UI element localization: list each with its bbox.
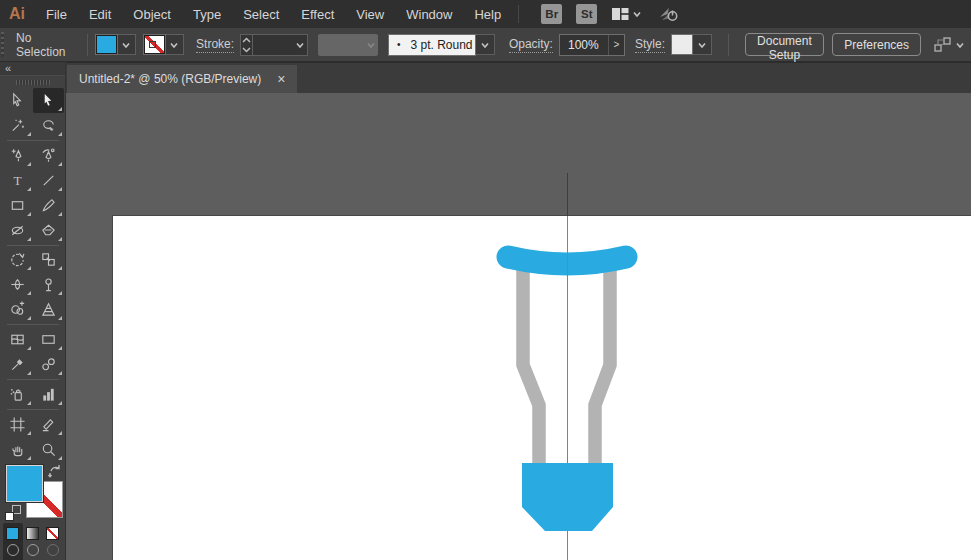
- opacity-label[interactable]: Opacity:: [509, 37, 553, 53]
- opacity-expand-button[interactable]: >: [608, 35, 624, 55]
- color-mode-button[interactable]: [3, 523, 23, 543]
- tool-width[interactable]: [2, 272, 33, 297]
- stock-button[interactable]: St: [576, 4, 597, 24]
- menu-file[interactable]: File: [35, 7, 78, 22]
- menu-effect[interactable]: Effect: [290, 7, 345, 22]
- tool-shape-builder[interactable]: [2, 297, 33, 322]
- pen-tool-icon: [9, 147, 26, 164]
- chevron-down-icon: [167, 38, 181, 52]
- canvas[interactable]: [66, 93, 971, 560]
- tool-selection[interactable]: [2, 88, 33, 113]
- tool-pen[interactable]: [2, 143, 33, 168]
- stroke-none-swatch[interactable]: [144, 35, 165, 54]
- rotate-tool-icon: [9, 251, 26, 268]
- scale-tool-icon: [40, 251, 57, 268]
- eyedropper-tool-icon: [9, 356, 26, 373]
- tools-panel-header[interactable]: «: [0, 62, 65, 76]
- brush-definition-dropdown[interactable]: [476, 34, 495, 55]
- tool-rotate[interactable]: [2, 247, 33, 272]
- opacity-value[interactable]: 100%: [560, 38, 608, 52]
- tool-puppet-warp[interactable]: [33, 272, 64, 297]
- style-label[interactable]: Style:: [635, 37, 665, 53]
- perspective-grid-tool-icon: [40, 301, 57, 318]
- menu-select[interactable]: Select: [232, 7, 290, 22]
- symbol-sprayer-tool-icon: [9, 386, 26, 403]
- tool-mesh[interactable]: [2, 327, 33, 352]
- document-tab[interactable]: Untitled-2* @ 50% (RGB/Preview) ×: [67, 65, 297, 93]
- divider: [728, 34, 729, 56]
- tool-direct-selection[interactable]: [33, 88, 64, 113]
- fill-color-swatch[interactable]: [96, 35, 117, 54]
- style-control[interactable]: [671, 34, 712, 55]
- control-bar-grip[interactable]: [1, 32, 4, 57]
- preferences-button[interactable]: Preferences: [832, 33, 921, 56]
- tool-rectangle[interactable]: [2, 193, 33, 218]
- menu-edit[interactable]: Edit: [78, 7, 122, 22]
- stroke-color-control[interactable]: [144, 34, 184, 55]
- chevron-down-icon: [293, 38, 307, 52]
- menu-help[interactable]: Help: [463, 7, 512, 22]
- blend-tool-icon: [40, 356, 57, 373]
- eraser-tool-icon: [40, 222, 57, 239]
- stroke-weight-stepper[interactable]: [240, 34, 253, 56]
- chevron-down-icon: [119, 38, 133, 52]
- gpu-performance[interactable]: [658, 5, 680, 23]
- artboard[interactable]: [113, 216, 971, 560]
- tool-lasso[interactable]: [33, 113, 64, 138]
- stroke-label[interactable]: Stroke:: [196, 37, 234, 53]
- stroke-color-dropdown[interactable]: [165, 34, 184, 55]
- column-graph-tool-icon: [40, 386, 57, 403]
- hand-tool-icon: [9, 441, 26, 458]
- tools-panel-grip[interactable]: [16, 80, 50, 85]
- tool-paintbrush[interactable]: [33, 193, 64, 218]
- collapse-panel-icon[interactable]: «: [5, 62, 11, 74]
- menu-type[interactable]: Type: [182, 7, 232, 22]
- menu-window[interactable]: Window: [395, 7, 463, 22]
- gradient-mode-button[interactable]: [23, 523, 43, 543]
- tool-slice[interactable]: [33, 412, 64, 437]
- artboard-tool-icon: [9, 416, 26, 433]
- tool-shaper[interactable]: [2, 218, 33, 243]
- tool-scale[interactable]: [33, 247, 64, 272]
- tool-line-segment[interactable]: [33, 168, 64, 193]
- fill-color-dropdown[interactable]: [117, 34, 136, 55]
- chevron-down-icon: [953, 38, 967, 52]
- menu-object[interactable]: Object: [122, 7, 182, 22]
- menu-view[interactable]: View: [345, 7, 395, 22]
- selection-tool-icon: [9, 92, 26, 109]
- tool-symbol-sprayer[interactable]: [2, 382, 33, 407]
- stroke-weight-combo[interactable]: [253, 34, 308, 56]
- document-setup-button[interactable]: Document Setup: [745, 33, 825, 56]
- workspace-switcher[interactable]: [611, 6, 644, 22]
- tool-eyedropper[interactable]: [2, 352, 33, 377]
- close-tab-icon[interactable]: ×: [277, 73, 285, 85]
- tool-blend[interactable]: [33, 352, 64, 377]
- fill-indicator-swatch[interactable]: [6, 465, 43, 502]
- align-options[interactable]: [933, 36, 967, 54]
- tool-type[interactable]: T: [2, 168, 33, 193]
- direct-selection-tool-icon: [40, 92, 57, 109]
- style-swatch[interactable]: [671, 34, 693, 55]
- illustrator-logo: Ai: [0, 5, 35, 23]
- brush-definition-combo[interactable]: • 3 pt. Round: [388, 34, 495, 56]
- fill-color-control[interactable]: [96, 34, 136, 55]
- tool-column-graph[interactable]: [33, 382, 64, 407]
- gradient-tool-icon: [40, 331, 57, 348]
- tool-zoom[interactable]: [33, 437, 64, 462]
- tool-artboard[interactable]: [2, 412, 33, 437]
- tool-gradient[interactable]: [33, 327, 64, 352]
- paintbrush-tool-icon: [40, 197, 57, 214]
- default-fill-stroke-icon[interactable]: [5, 505, 21, 521]
- none-mode-button[interactable]: [43, 523, 63, 543]
- tools-divider: [7, 379, 59, 380]
- swap-fill-stroke-icon[interactable]: [48, 464, 63, 479]
- opacity-field[interactable]: 100% >: [559, 34, 625, 56]
- style-dropdown[interactable]: [693, 34, 712, 55]
- tool-curvature[interactable]: [33, 143, 64, 168]
- tool-eraser[interactable]: [33, 218, 64, 243]
- tool-hand[interactable]: [2, 437, 33, 462]
- stroke-indicator-icon: [149, 41, 156, 48]
- bridge-button[interactable]: Br: [541, 4, 562, 24]
- tool-perspective-grid[interactable]: [33, 297, 64, 322]
- tool-magic-wand[interactable]: [2, 113, 33, 138]
